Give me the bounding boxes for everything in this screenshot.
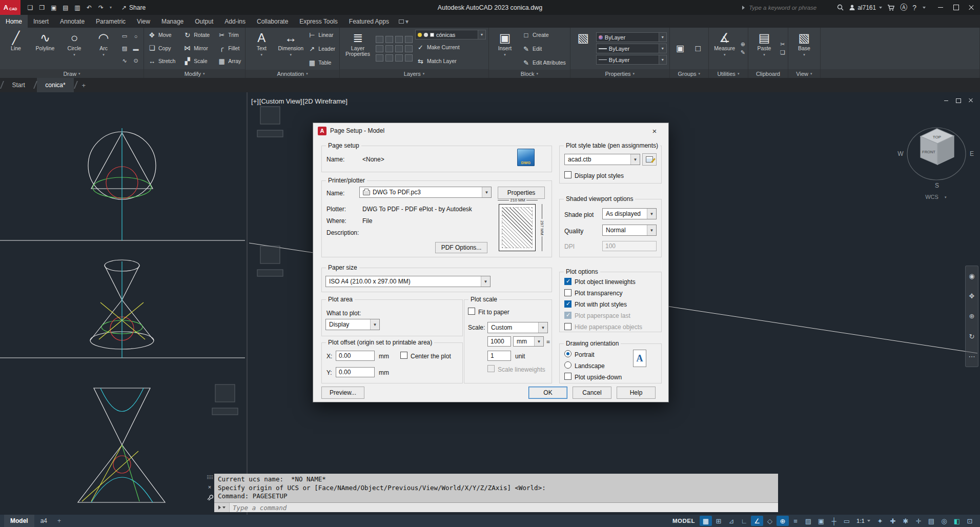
layer-tool-icon[interactable] xyxy=(385,36,393,43)
lineweight-dropdown[interactable]: ByLayer xyxy=(596,44,667,53)
snap-icon[interactable]: ⊞ xyxy=(712,516,725,526)
tab-manage[interactable]: Manage xyxy=(156,15,189,28)
mirror-button[interactable]: ⋈Mirror xyxy=(182,42,211,54)
command-history[interactable]: Current ucs name: *NO NAME* Specify orig… xyxy=(214,474,778,502)
unit-value-input[interactable] xyxy=(487,351,511,361)
paste-button[interactable]: ▤ Paste xyxy=(751,29,778,68)
plot-transparency-checkbox[interactable] xyxy=(564,289,571,296)
layer-properties-button[interactable]: ≣ Layer Properties xyxy=(342,29,373,68)
grid-icon[interactable]: ▦ xyxy=(700,516,712,526)
table-button[interactable]: ▦Table xyxy=(307,56,337,69)
viewport-menu-plus[interactable]: [+] xyxy=(251,97,259,105)
share-button[interactable]: ↗ Share xyxy=(121,4,146,11)
new-layout-button[interactable]: + xyxy=(53,517,65,524)
printer-name-combo[interactable]: DWG To PDF.pc3 xyxy=(359,187,492,198)
spline-tool-icon[interactable]: ∿ xyxy=(119,55,130,67)
close-button[interactable] xyxy=(964,0,979,15)
command-customize-icon[interactable] xyxy=(207,494,213,500)
cut-icon[interactable]: ✂ xyxy=(780,41,785,48)
tab-annotate[interactable]: Annotate xyxy=(54,15,90,28)
circle-button[interactable]: ○ Circle xyxy=(61,29,88,68)
command-grip-handle[interactable]: ⠿⠿ xyxy=(207,475,213,480)
autoscale-icon[interactable]: ✚ xyxy=(887,516,899,526)
infer-constraints-icon[interactable]: ⊿ xyxy=(725,516,738,526)
plot-object-lineweights-checkbox[interactable] xyxy=(564,278,571,285)
what-to-plot-combo[interactable]: Display xyxy=(325,319,380,330)
ortho-icon[interactable]: ∟ xyxy=(738,516,750,526)
scale-lineweights-checkbox[interactable] xyxy=(487,365,495,372)
qat-customize-icon[interactable]: ▾ xyxy=(107,2,114,13)
array-button[interactable]: ▦Array xyxy=(216,55,242,67)
panel-footer-layers[interactable]: Layers xyxy=(340,69,488,78)
linetype-dropdown[interactable]: ByLayer xyxy=(596,55,667,65)
create-block-button[interactable]: □Create xyxy=(521,29,567,41)
new-drawing-icon[interactable]: ❏ xyxy=(25,2,36,13)
search-box[interactable] xyxy=(742,3,844,12)
redo-icon[interactable]: ↷ xyxy=(95,2,107,13)
viewcube-east[interactable]: E xyxy=(970,150,974,157)
paper-size-arrow-icon[interactable] xyxy=(481,276,490,287)
model-space-badge[interactable]: MODEL xyxy=(668,518,699,524)
save-icon[interactable]: ▣ xyxy=(48,2,59,13)
undo-icon[interactable]: ↶ xyxy=(84,2,95,13)
wcs-caret-icon[interactable]: ▾ xyxy=(945,195,947,199)
conic-figure-cone[interactable] xyxy=(90,260,154,358)
layer-tool-icon[interactable] xyxy=(405,54,413,62)
hide-paperspace-objects-checkbox[interactable] xyxy=(564,323,571,330)
landscape-radio[interactable] xyxy=(564,361,571,369)
id-point-icon[interactable]: ⊕ xyxy=(741,41,745,48)
tab-insert[interactable]: Insert xyxy=(28,15,54,28)
panel-footer-draw[interactable]: Draw xyxy=(0,69,144,78)
polar-tracking-icon[interactable]: ∠ xyxy=(751,516,763,526)
annotation-visibility-icon[interactable]: ✦ xyxy=(874,516,886,526)
clean-screen-icon[interactable]: ⊡ xyxy=(964,516,976,526)
ellipse-tool-icon[interactable]: ○ xyxy=(131,31,141,42)
layer-dropdown[interactable]: cónicas xyxy=(415,30,486,39)
point-tool-icon[interactable]: ⊙ xyxy=(131,55,141,67)
cancel-button[interactable]: Cancel xyxy=(573,387,611,399)
panel-footer-block[interactable]: Block xyxy=(489,70,570,78)
polyline-button[interactable]: ∿ Polyline xyxy=(32,29,58,68)
dynamic-ucs-icon[interactable]: ┼ xyxy=(828,516,840,526)
plot-style-combo[interactable]: acad.ctb xyxy=(564,154,640,165)
copy-clip-icon[interactable]: ❏ xyxy=(780,49,785,56)
isolate-objects-icon[interactable]: ◎ xyxy=(938,516,950,526)
orbit-icon[interactable]: ↻ xyxy=(969,333,975,340)
layer-tool-icon[interactable] xyxy=(405,45,413,52)
tab-featured-apps[interactable]: Featured Apps xyxy=(343,15,395,28)
navbar-more-icon[interactable]: ⋯ xyxy=(969,353,975,360)
conic-figure-circle[interactable] xyxy=(88,128,156,240)
viewcube-top-face[interactable]: TOP xyxy=(933,135,941,139)
search-icon[interactable] xyxy=(837,4,844,11)
zoom-icon[interactable]: ⊕ xyxy=(969,312,975,320)
drawing-close-button[interactable] xyxy=(966,96,976,105)
measure-button[interactable]: ∡ Measure xyxy=(711,29,738,68)
printer-properties-button[interactable]: Properties xyxy=(498,187,545,199)
scale-value-input[interactable] xyxy=(487,336,511,347)
panel-footer-modify[interactable]: Modify xyxy=(144,69,245,78)
color-dropdown-arrow-icon[interactable] xyxy=(659,33,666,42)
tab-express-tools[interactable]: Express Tools xyxy=(294,15,343,28)
text-button[interactable]: A Text xyxy=(248,29,275,69)
quick-properties-icon[interactable]: ▤ xyxy=(925,516,937,526)
group-button[interactable]: ▣ xyxy=(672,41,688,56)
file-tab-start[interactable]: Start xyxy=(4,78,33,92)
panel-footer-clipboard[interactable]: Clipboard xyxy=(748,69,788,78)
layer-dropdown-arrow-icon[interactable] xyxy=(478,30,485,39)
printer-combo-arrow-icon[interactable] xyxy=(482,187,491,197)
transparency-icon[interactable]: ▨ xyxy=(802,516,814,526)
scale-button[interactable]: ▞Scale xyxy=(182,55,211,67)
plot-style-arrow-icon[interactable] xyxy=(630,154,640,165)
lineweight-dropdown-arrow-icon[interactable] xyxy=(659,44,666,53)
move-button[interactable]: ✥Move xyxy=(147,29,177,41)
quality-combo[interactable]: Normal xyxy=(602,225,657,236)
x-offset-input[interactable] xyxy=(336,351,375,361)
leader-button[interactable]: ↗Leader xyxy=(307,43,337,55)
copy-button[interactable]: ❏Copy xyxy=(147,42,177,54)
workspace-switching-icon[interactable]: ✱ xyxy=(900,516,912,526)
line-button[interactable]: ╱ Line xyxy=(3,29,29,68)
layer-tool-icon[interactable] xyxy=(395,54,403,62)
viewport-view-menu[interactable]: [Custom View] xyxy=(259,97,302,105)
y-offset-input[interactable] xyxy=(336,367,375,377)
search-input[interactable] xyxy=(748,3,834,12)
